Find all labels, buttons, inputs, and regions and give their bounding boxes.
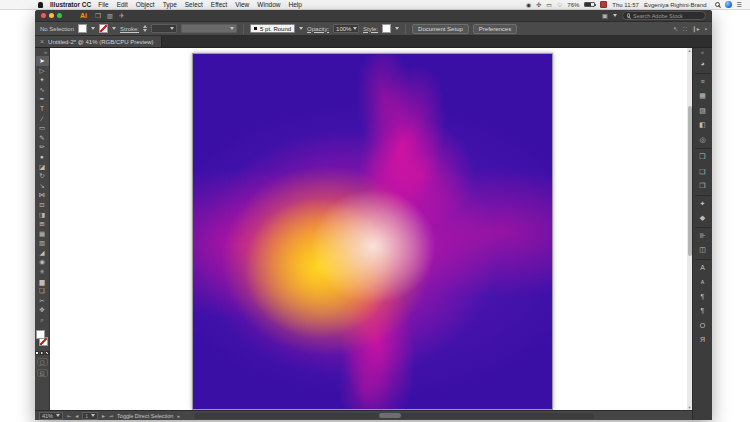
selection-tool[interactable]: ➤: [36, 56, 49, 66]
align-panel-icon[interactable]: ⊪: [695, 229, 711, 244]
workspace-switcher-caret[interactable]: [613, 14, 617, 17]
input-source-icon[interactable]: [600, 1, 607, 8]
artboard-number-field[interactable]: 1: [82, 412, 98, 420]
fan-icon[interactable]: ✣: [536, 0, 541, 10]
dots-grid-icon[interactable]: ∷: [683, 25, 687, 32]
transparency-panel-icon[interactable]: ◧: [695, 118, 711, 133]
gradient-panel-icon[interactable]: ▨: [695, 104, 711, 119]
lasso-tool[interactable]: ∿: [36, 85, 49, 95]
minimize-window-button[interactable]: [49, 13, 54, 18]
fill-stroke-indicator[interactable]: [35, 329, 50, 349]
none-mode-button[interactable]: [45, 351, 49, 355]
close-window-button[interactable]: [41, 13, 46, 18]
layers-panel-icon[interactable]: ❏: [695, 165, 711, 180]
pencil-tool[interactable]: ✏: [36, 142, 49, 152]
libraries-panel-icon[interactable]: ❒: [695, 150, 711, 165]
width-profile-dropdown[interactable]: [181, 24, 237, 33]
paragraph-styles-panel-icon[interactable]: ¶: [695, 304, 711, 319]
bridge-icon[interactable]: ❒: [95, 12, 101, 20]
character-panel-icon[interactable]: A: [695, 261, 711, 276]
opacity-label[interactable]: Opacity:: [307, 26, 329, 32]
slice-tool[interactable]: ✂: [36, 296, 49, 306]
dock-controlbar-icon[interactable]: ❙▸: [692, 25, 700, 32]
fill-color-swatch[interactable]: [78, 24, 87, 33]
menu-effect[interactable]: Effect: [211, 1, 228, 8]
pathfinder-panel-icon[interactable]: ◫: [695, 243, 711, 258]
blend-tool[interactable]: ◉: [36, 257, 49, 267]
siri-icon[interactable]: [725, 1, 732, 8]
brush-definition-dropdown[interactable]: 5 pt. Round: [250, 24, 295, 33]
character-styles-panel-icon[interactable]: ᴀ: [695, 275, 711, 290]
stroke-weight-field[interactable]: [151, 24, 177, 33]
next-artboard-button[interactable]: ►: [101, 413, 106, 419]
perspective-grid-tool[interactable]: ⊞: [36, 219, 49, 229]
eraser-tool[interactable]: ◪: [36, 162, 49, 172]
horizontal-scroll-thumb[interactable]: [379, 413, 401, 418]
drawing-modes-button[interactable]: ▢: [37, 358, 48, 366]
artboard-number-caret[interactable]: [91, 414, 95, 417]
width-profile-caret[interactable]: [230, 27, 234, 30]
panel-menu-icon[interactable]: ▪: [705, 26, 707, 32]
display-icon[interactable]: ▭: [546, 0, 552, 10]
menu-edit[interactable]: Edit: [117, 1, 128, 8]
stroke-panel-icon[interactable]: ≡: [695, 75, 711, 90]
glyphs-panel-icon[interactable]: Я: [695, 333, 711, 348]
gradient-tool[interactable]: ▥: [36, 238, 49, 248]
arrange-documents-icon[interactable]: ▥: [107, 12, 113, 20]
battery-icon[interactable]: [584, 2, 595, 7]
app-name[interactable]: Illustrator CC: [50, 1, 91, 8]
spotlight-icon[interactable]: [715, 2, 720, 7]
rectangle-tool[interactable]: ▭: [36, 123, 49, 133]
magic-wand-tool[interactable]: ✦: [36, 75, 49, 85]
eye-icon[interactable]: ◉: [526, 0, 531, 10]
stroke-weight-stepper[interactable]: [143, 25, 147, 32]
brush-definition-caret[interactable]: [299, 27, 303, 30]
menubar-user[interactable]: Evgeniya Righini-Brand: [644, 0, 707, 10]
mesh-tool[interactable]: ▦: [36, 229, 49, 239]
scale-tool[interactable]: ↘: [36, 181, 49, 191]
style-swatch[interactable]: [382, 24, 391, 33]
graphic-styles-panel-icon[interactable]: ✦: [695, 197, 711, 212]
tool-hints-icon[interactable]: ↖: [673, 25, 678, 32]
color-mode-button[interactable]: [35, 351, 39, 355]
tab-close-icon[interactable]: ×: [40, 38, 44, 45]
line-segment-tool[interactable]: ∕: [36, 114, 49, 124]
column-graph-tool[interactable]: ▆: [36, 277, 49, 287]
share-icon[interactable]: ✈: [119, 12, 124, 20]
zoom-window-button[interactable]: [57, 13, 62, 18]
dock-collapse-chevron[interactable]: «: [701, 48, 704, 57]
menubar-clock[interactable]: Thu 11:57: [612, 0, 639, 10]
apple-menu-icon[interactable]: [38, 2, 43, 8]
document-tab[interactable]: × Untitled-2* @ 41% (RGB/CPU Preview): [35, 36, 162, 47]
color-panel-icon[interactable]: ◕: [695, 57, 711, 72]
preferences-button[interactable]: Preferences: [473, 24, 517, 34]
gradient-mode-button[interactable]: [40, 351, 44, 355]
stroke-label[interactable]: Stroke:: [120, 26, 139, 32]
artboard-tool[interactable]: ❏: [36, 286, 49, 296]
horizontal-scrollbar[interactable]: [194, 413, 594, 419]
first-artboard-button[interactable]: ⇤: [67, 413, 71, 419]
menu-object[interactable]: Object: [136, 1, 155, 8]
zoom-level-caret[interactable]: [56, 414, 60, 417]
opacity-caret[interactable]: [353, 27, 357, 30]
direct-selection-tool[interactable]: ▷: [36, 66, 49, 76]
menu-file[interactable]: File: [98, 1, 108, 8]
opacity-field[interactable]: 100%: [333, 24, 359, 33]
artboards-panel-icon[interactable]: ❐: [695, 179, 711, 194]
pen-tool[interactable]: ✒: [36, 94, 49, 104]
tools-collapse-chevron[interactable]: »: [44, 48, 49, 56]
rotate-tool[interactable]: ↻: [36, 171, 49, 181]
symbol-sprayer-tool[interactable]: ✳: [36, 267, 49, 277]
symbols-panel-icon[interactable]: ◆: [695, 211, 711, 226]
stock-search-input[interactable]: [633, 13, 701, 19]
stock-search-field[interactable]: [622, 11, 706, 20]
screen-mode-button[interactable]: ◱: [37, 369, 48, 377]
canvas-pasteboard[interactable]: [50, 48, 687, 410]
paragraph-panel-icon[interactable]: ¶: [695, 290, 711, 305]
stroke-color-caret[interactable]: [112, 27, 116, 30]
fill-color-caret[interactable]: [91, 27, 95, 30]
eyedropper-tool[interactable]: ◢: [36, 248, 49, 258]
paintbrush-tool[interactable]: ✎: [36, 133, 49, 143]
style-caret[interactable]: [395, 27, 399, 30]
type-tool[interactable]: T: [36, 104, 49, 114]
